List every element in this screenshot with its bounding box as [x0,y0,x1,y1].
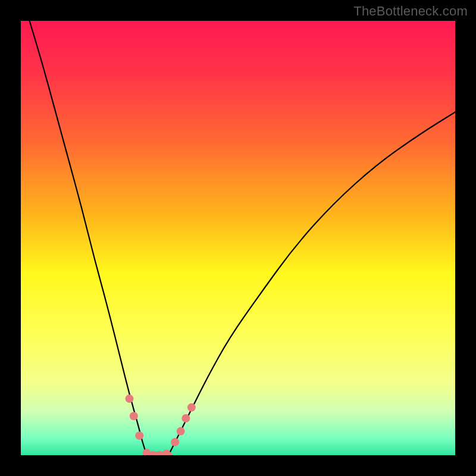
data-marker [187,403,196,412]
data-marker [162,450,171,455]
plot-area [21,21,455,455]
series-left-curve [30,21,147,455]
data-marker [177,427,185,436]
data-marker [171,438,179,446]
data-marker [130,412,138,420]
watermark-text: TheBottleneck.com [353,4,468,19]
data-marker [126,394,134,403]
series-right-curve [168,112,455,455]
curve-layer [21,21,455,455]
data-marker [181,414,190,422]
data-marker [135,431,143,440]
chart-frame: TheBottleneck.com [0,0,476,476]
